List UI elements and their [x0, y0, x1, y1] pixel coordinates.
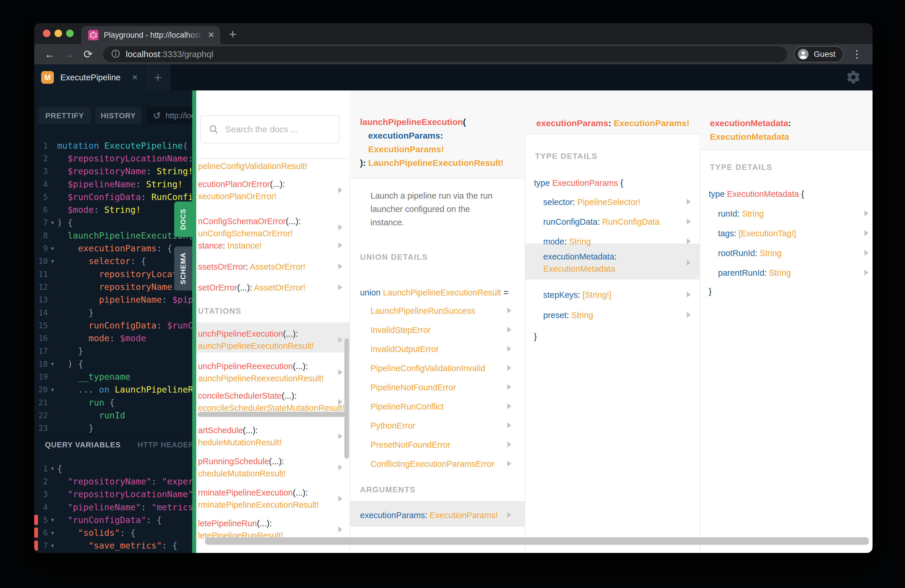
- forward-icon[interactable]: →: [61, 49, 77, 60]
- settings-gear-icon[interactable]: [846, 70, 861, 86]
- docs-search-input[interactable]: [225, 124, 331, 134]
- docs-item[interactable]: preset: String: [543, 309, 593, 321]
- fold-arrow-icon[interactable]: ▼: [48, 543, 57, 548]
- docs-item[interactable]: executionMetadata:ExecutionMetadata: [543, 251, 616, 275]
- fold-arrow-icon[interactable]: ▼: [48, 258, 57, 264]
- docs-item[interactable]: type ExecutionParams {: [534, 177, 623, 189]
- docs-item[interactable]: ExecutionParams!: [368, 143, 444, 156]
- docs-item[interactable]: ecutionPlanOrError(...):xecutionPlanOrEr…: [198, 178, 285, 202]
- docs-item[interactable]: unchPipelineExecution(...):aunchPipeline…: [198, 327, 314, 352]
- expand-arrow-icon[interactable]: [864, 210, 868, 216]
- new-tab-button[interactable]: +: [220, 28, 237, 44]
- docs-item[interactable]: PipelineNotFoundError: [370, 381, 456, 393]
- vertical-scrollbar[interactable]: [345, 338, 349, 459]
- docs-item[interactable]: stepKeys: [String!]: [543, 289, 611, 301]
- expand-arrow-icon[interactable]: [687, 260, 691, 265]
- fold-arrow-icon[interactable]: ▼: [48, 246, 57, 251]
- docs-item[interactable]: type ExecutionMetadata {: [709, 188, 804, 200]
- docs-item[interactable]: LaunchPipelineRunSuccess: [370, 305, 475, 317]
- browser-tab[interactable]: Playground - http://localhost:3 ✕: [81, 26, 220, 44]
- schema-side-tab[interactable]: SCHEMA: [174, 246, 192, 291]
- fold-arrow-icon[interactable]: ▼: [48, 517, 57, 523]
- expand-arrow-icon[interactable]: [338, 337, 342, 343]
- docs-item[interactable]: ): LaunchPipelineExecutionResult!: [360, 157, 503, 169]
- docs-item[interactable]: InvalidOutputError: [370, 343, 438, 355]
- expand-arrow-icon[interactable]: [338, 399, 342, 405]
- browser-menu-icon[interactable]: ⋮: [846, 48, 865, 60]
- docs-item[interactable]: executionMetadata:: [710, 117, 791, 129]
- expand-arrow-icon[interactable]: [338, 526, 342, 532]
- fold-arrow-icon[interactable]: ▼: [48, 530, 57, 536]
- expand-arrow-icon[interactable]: [687, 219, 691, 224]
- docs-item[interactable]: PipelineRunConflict: [370, 400, 444, 413]
- expand-arrow-icon[interactable]: [687, 199, 691, 205]
- expand-arrow-icon[interactable]: [507, 403, 511, 409]
- docs-item[interactable]: executionParams: ExecutionParams!: [360, 509, 498, 521]
- docs-item[interactable]: concileSchedulerState(...):econcileSched…: [198, 390, 345, 414]
- docs-item[interactable]: executionParams:: [368, 130, 443, 142]
- expand-arrow-icon[interactable]: [507, 423, 511, 428]
- minimize-window-button[interactable]: [54, 30, 62, 37]
- expand-arrow-icon[interactable]: [507, 327, 511, 332]
- expand-arrow-icon[interactable]: [507, 384, 511, 390]
- docs-item[interactable]: runId: String: [718, 208, 764, 220]
- docs-item[interactable]: rminatePipelineExecution(...):rminatePip…: [198, 486, 319, 511]
- expand-arrow-icon[interactable]: [338, 242, 342, 248]
- expand-arrow-icon[interactable]: [507, 308, 511, 313]
- expand-arrow-icon[interactable]: [507, 461, 511, 467]
- docs-item[interactable]: PresetNotFoundError: [370, 439, 451, 451]
- expand-arrow-icon[interactable]: [687, 238, 691, 244]
- docs-item[interactable]: ExecutionMetadata: [710, 131, 789, 143]
- expand-arrow-icon[interactable]: [507, 365, 511, 371]
- site-info-icon[interactable]: [111, 49, 121, 60]
- expand-arrow-icon[interactable]: [507, 442, 511, 447]
- close-window-button[interactable]: [43, 30, 51, 37]
- expand-arrow-icon[interactable]: [338, 496, 342, 502]
- reset-endpoint-icon[interactable]: ↺: [153, 110, 161, 121]
- expand-arrow-icon[interactable]: [864, 250, 868, 256]
- expand-arrow-icon[interactable]: [507, 346, 511, 352]
- playground-tab-close-icon[interactable]: ✕: [132, 73, 138, 82]
- docs-item[interactable]: }: [709, 285, 712, 297]
- docs-item[interactable]: parentRunId: String: [718, 267, 791, 279]
- docs-item[interactable]: union LaunchPipelineExecutionResult =: [360, 286, 508, 299]
- back-icon[interactable]: ←: [42, 49, 58, 60]
- prettify-button[interactable]: PRETTIFY: [38, 107, 91, 124]
- expand-arrow-icon[interactable]: [338, 369, 342, 375]
- expand-arrow-icon[interactable]: [338, 434, 342, 439]
- docs-item[interactable]: launchPipelineExecution(: [360, 116, 466, 128]
- docs-item[interactable]: ConflictingExecutionParamsError: [370, 458, 494, 470]
- expand-arrow-icon[interactable]: [338, 264, 342, 269]
- tab-close-icon[interactable]: ✕: [208, 31, 214, 39]
- docs-item[interactable]: pRunningSchedule(...):cheduleMutationRes…: [198, 455, 286, 480]
- expand-arrow-icon[interactable]: [338, 284, 342, 290]
- docs-item[interactable]: PythonError: [370, 420, 415, 432]
- expand-arrow-icon[interactable]: [338, 224, 342, 230]
- reload-icon[interactable]: ⟳: [80, 49, 96, 60]
- tab-http-headers[interactable]: HTTP HEADERS: [138, 440, 200, 450]
- docs-item[interactable]: InvalidStepError: [370, 324, 431, 336]
- docs-item[interactable]: runConfigData: RunConfigData: [543, 216, 659, 228]
- expand-arrow-icon[interactable]: [864, 230, 868, 236]
- expand-arrow-icon[interactable]: [687, 292, 691, 297]
- docs-search-box[interactable]: [200, 115, 340, 143]
- expand-arrow-icon[interactable]: [338, 464, 342, 470]
- docs-item[interactable]: mode: String: [543, 235, 591, 248]
- docs-item[interactable]: ssetsOrError: AssetsOrError!: [198, 261, 305, 273]
- playground-new-tab-button[interactable]: +: [146, 64, 170, 91]
- fold-arrow-icon[interactable]: ▼: [48, 387, 57, 393]
- fold-arrow-icon[interactable]: ▼: [48, 361, 57, 367]
- docs-item[interactable]: }: [534, 331, 537, 343]
- docs-item[interactable]: PipelineConfigValidationInvalid: [370, 362, 485, 374]
- address-bar[interactable]: localhost:3333/graphql: [103, 46, 787, 62]
- docs-item[interactable]: setOrError(...): AssetOrError!: [198, 281, 305, 294]
- docs-item[interactable]: pelineConfigValidationResult!: [198, 160, 307, 172]
- fold-arrow-icon[interactable]: ▼: [48, 466, 57, 472]
- expand-arrow-icon[interactable]: [687, 312, 691, 318]
- docs-item[interactable]: nConfigSchemaOrError(...):unConfigSchema…: [198, 215, 301, 240]
- expand-arrow-icon[interactable]: [864, 270, 868, 275]
- expand-arrow-icon[interactable]: [507, 512, 511, 518]
- expand-arrow-icon[interactable]: [338, 187, 342, 193]
- docs-item[interactable]: executionParams: ExecutionParams!: [536, 117, 690, 129]
- docs-side-tab[interactable]: DOCS: [174, 202, 192, 237]
